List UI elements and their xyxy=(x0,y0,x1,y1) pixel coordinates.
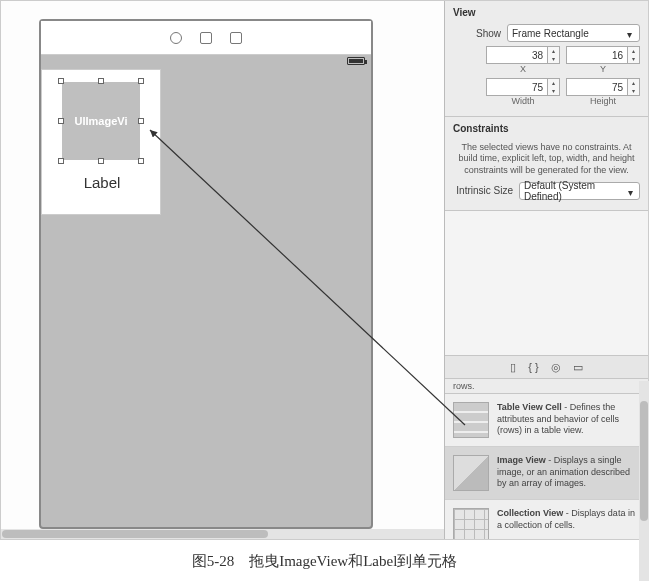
constraints-section: Constraints The selected views have no c… xyxy=(445,117,648,211)
table-view-cell-icon xyxy=(453,402,489,438)
media-library-tab-icon[interactable]: ▭ xyxy=(573,361,583,374)
y-stepper[interactable]: ▴▾ xyxy=(628,46,640,64)
x-field[interactable]: 38 xyxy=(486,46,548,64)
view-section-title: View xyxy=(453,7,640,18)
width-sublabel: Width xyxy=(486,96,560,106)
device-frame: UIImageVi Label xyxy=(39,19,373,529)
y-sublabel: Y xyxy=(566,64,640,74)
battery-icon xyxy=(347,57,365,65)
canvas-scrollbar-h[interactable] xyxy=(1,529,444,539)
resize-handle-tm[interactable] xyxy=(98,78,104,84)
inspector-panel: View Show Frame Rectangle ▾ 38▴▾ X 16▴▾ xyxy=(444,1,648,539)
exit-icon[interactable] xyxy=(230,32,242,44)
status-bar xyxy=(41,55,371,69)
object-library[interactable]: Table View Cell - Defines the attributes… xyxy=(445,394,648,539)
resize-handle-ml[interactable] xyxy=(58,118,64,124)
collection-view-icon xyxy=(453,508,489,539)
library-item-collection-view[interactable]: Collection View - Displays data in a col… xyxy=(445,500,648,539)
constraints-title: Constraints xyxy=(453,123,640,134)
code-snippet-tab-icon[interactable]: { } xyxy=(528,361,538,373)
width-stepper[interactable]: ▴▾ xyxy=(548,78,560,96)
constraints-text: The selected views have no constraints. … xyxy=(453,140,640,178)
figure-caption: 图5-28 拖曳ImageView和Label到单元格 xyxy=(0,540,649,571)
library-item-image-view[interactable]: Image View - Displays a single image, or… xyxy=(445,447,648,500)
show-label: Show xyxy=(453,28,501,39)
chevron-down-icon: ▾ xyxy=(627,29,635,37)
uiimageview-selected[interactable]: UIImageVi xyxy=(62,82,140,160)
uiimageview-placeholder-text: UIImageVi xyxy=(75,115,128,127)
library-scrollbar-v[interactable] xyxy=(639,381,649,581)
table-view-cell[interactable]: UIImageVi Label xyxy=(41,69,161,215)
show-select[interactable]: Frame Rectangle ▾ xyxy=(507,24,640,42)
image-view-icon xyxy=(453,455,489,491)
height-field[interactable]: 75 xyxy=(566,78,628,96)
view-section: View Show Frame Rectangle ▾ 38▴▾ X 16▴▾ xyxy=(445,1,648,117)
width-field[interactable]: 75 xyxy=(486,78,548,96)
truncated-item-text: rows. xyxy=(445,379,648,394)
resize-handle-br[interactable] xyxy=(138,158,144,164)
file-template-tab-icon[interactable]: ▯ xyxy=(510,361,516,374)
intrinsic-size-label: Intrinsic Size xyxy=(453,185,513,196)
first-responder-icon[interactable] xyxy=(200,32,212,44)
object-library-tab-icon[interactable]: ◎ xyxy=(551,361,561,374)
x-sublabel: X xyxy=(486,64,560,74)
chevron-down-icon: ▾ xyxy=(628,187,635,195)
editor-window: UIImageVi Label View Show xyxy=(0,0,649,540)
uilabel[interactable]: Label xyxy=(42,174,162,191)
scene-toolbar xyxy=(41,21,371,55)
x-stepper[interactable]: ▴▾ xyxy=(548,46,560,64)
height-sublabel: Height xyxy=(566,96,640,106)
interface-builder-canvas[interactable]: UIImageVi Label xyxy=(1,1,444,539)
resize-handle-tl[interactable] xyxy=(58,78,64,84)
y-field[interactable]: 16 xyxy=(566,46,628,64)
library-item-table-view-cell[interactable]: Table View Cell - Defines the attributes… xyxy=(445,394,648,447)
resize-handle-tr[interactable] xyxy=(138,78,144,84)
view-controller-icon[interactable] xyxy=(170,32,182,44)
library-tabs: ▯ { } ◎ ▭ xyxy=(445,355,648,379)
resize-handle-mr[interactable] xyxy=(138,118,144,124)
height-stepper[interactable]: ▴▾ xyxy=(628,78,640,96)
intrinsic-size-select[interactable]: Default (System Defined) ▾ xyxy=(519,182,640,200)
resize-handle-bl[interactable] xyxy=(58,158,64,164)
resize-handle-bm[interactable] xyxy=(98,158,104,164)
